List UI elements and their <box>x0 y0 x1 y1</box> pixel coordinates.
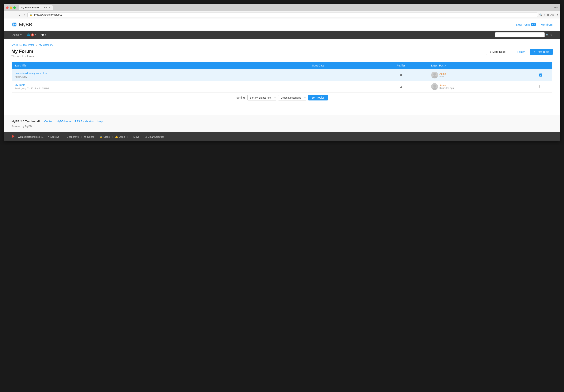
forum-header: My Forum This is a test forum ○ Mark Rea… <box>11 49 553 58</box>
admin-label: Admin <box>13 33 20 36</box>
post-topic-label: Post Topic <box>537 50 549 53</box>
site-logo: MyBB <box>11 21 32 27</box>
back-button[interactable]: ← <box>6 13 10 17</box>
svg-point-6 <box>432 87 437 90</box>
browser-user: Will <box>554 6 558 9</box>
topic-checkbox-1[interactable]: ✓ <box>539 73 542 77</box>
nav-settings-icon[interactable]: ⚙ <box>550 33 553 37</box>
settings-icon[interactable]: ⚙ <box>547 14 549 16</box>
svg-point-4 <box>432 76 437 79</box>
separator-1: | <box>62 135 62 138</box>
mark-read-label: Mark Read <box>493 50 506 53</box>
breadcrumb-separator-1: › <box>36 43 37 46</box>
topic-latest-cell-1: Admin Now <box>428 69 536 81</box>
address-lock-icon: 🔒 <box>29 14 32 16</box>
footer-help-link[interactable]: Help <box>98 120 103 123</box>
sorting-label: Sorting: <box>236 96 245 99</box>
nav-search: 🔍 ⚙ <box>495 32 553 37</box>
order-select[interactable]: Order: Descending Order: Ascending <box>278 95 306 100</box>
topic-replies-cell-1: 0 <box>374 69 428 81</box>
start-date-header: Start Date <box>309 62 374 69</box>
separator-2: | <box>81 135 82 138</box>
delete-label: Delete <box>87 135 94 138</box>
tab-close-icon[interactable]: ✕ <box>49 6 50 9</box>
table-row: I wandered lonely as a cloud... Admin, N… <box>12 69 553 81</box>
latest-post-label: Latest Post <box>431 64 444 67</box>
topic-title-link-1[interactable]: I wandered lonely as a cloud... <box>15 72 306 75</box>
move-action[interactable]: → Move <box>130 135 140 138</box>
browser-toolbar-icons: 🔍 ☆ ⚙ ABP ≡ <box>539 14 558 16</box>
table-row: My Topic Admin, Aug 03, 2015 at 11:35 PM… <box>12 81 553 93</box>
maximize-dot[interactable] <box>13 6 16 9</box>
sorting-controls: Sorting: Sort by: Latest Post Sort by: S… <box>15 95 549 100</box>
browser-tab[interactable]: My Forum • MyBB 2.0 Tes ✕ <box>19 5 53 10</box>
footer-mybbhome-link[interactable]: MyBB Home <box>56 120 71 123</box>
circle-icon: ○ <box>490 50 491 53</box>
footer-rss-link[interactable]: RSS Syndication <box>74 120 94 123</box>
home-button[interactable]: ⌂ <box>23 13 26 17</box>
new-posts-link[interactable]: New Posts 42 <box>516 23 536 26</box>
breadcrumb-category[interactable]: My Category <box>39 43 53 46</box>
new-posts-badge: New Posts 42 <box>516 23 536 26</box>
footer-brand: MyBB 2.0 Test Install <box>11 120 40 123</box>
tab-title: My Forum • MyBB 2.0 Tes <box>21 6 47 9</box>
breadcrumb-separator-2: › <box>55 43 56 46</box>
close-dot[interactable] <box>6 6 9 9</box>
nav-left: Admin ▾ 🌐 4 ▾ 💬 ▾ <box>11 33 47 37</box>
topic-title-cell-2: My Topic Admin, Aug 03, 2015 at 11:35 PM <box>12 81 309 93</box>
message-icon: 💬 <box>41 33 44 36</box>
breadcrumb: MyBB 2.0 Test Install › My Category › <box>11 43 553 46</box>
sort-by-select[interactable]: Sort by: Latest Post Sort by: Start Date… <box>247 95 276 100</box>
topic-date-2: Aug 03, 2015 at 11:35 PM <box>22 87 49 90</box>
close-action[interactable]: 🔒 Close <box>99 135 110 138</box>
separator-6: | <box>142 135 142 138</box>
messages-button[interactable]: 💬 ▾ <box>40 33 47 37</box>
footer-links: Contact MyBB Home RSS Syndication Help <box>44 120 103 123</box>
reload-button[interactable]: ↻ <box>17 13 21 17</box>
menu-icon[interactable]: ≡ <box>556 14 558 16</box>
topic-checkbox-2[interactable] <box>539 85 542 88</box>
topic-latest-inner-2: Admin 3 minutes ago <box>431 83 533 90</box>
latest-info-2: Admin 3 minutes ago <box>439 84 454 89</box>
topic-check-cell-2 <box>536 81 552 93</box>
forward-button[interactable]: → <box>12 13 16 17</box>
address-bar[interactable]: 🔒 mybb.dev/forum/my-forum.2 <box>27 13 538 17</box>
sort-topics-button[interactable]: Sort Topics <box>308 95 328 100</box>
site-header: MyBB New Posts 42 Members <box>4 18 560 31</box>
minimize-dot[interactable] <box>10 6 12 9</box>
post-topic-button[interactable]: ✎ Post Topic <box>530 49 553 55</box>
topic-title-cell-1: I wandered lonely as a cloud... Admin, N… <box>12 69 309 81</box>
breadcrumb-home[interactable]: MyBB 2.0 Test Install <box>11 43 34 46</box>
latest-post-header: Latest Post ▾ <box>428 62 536 69</box>
latest-author-1: Admin <box>439 72 447 75</box>
approve-icon: ✓ <box>47 135 49 138</box>
follow-button[interactable]: + Follow <box>511 49 528 55</box>
topic-meta-2: Admin, Aug 03, 2015 at 11:35 PM <box>15 87 49 90</box>
admin-user-button[interactable]: Admin ▾ <box>11 33 23 37</box>
table-header-row: Topic Title Start Date Replies Latest Po… <box>12 62 553 69</box>
delete-action[interactable]: 🗑 Delete <box>84 135 94 138</box>
checkbox-header-col <box>536 62 552 69</box>
extensions-icon[interactable]: 🔍 <box>539 14 542 16</box>
nav-bar: Admin ▾ 🌐 4 ▾ 💬 ▾ 🔍 ⚙ <box>4 31 560 39</box>
unapprove-action[interactable]: – Unapprove <box>65 135 79 138</box>
members-link[interactable]: Members <box>541 23 553 26</box>
star-icon[interactable]: ☆ <box>543 14 546 16</box>
footer-powered: Powered by MyBB <box>11 125 553 128</box>
footer-contact-link[interactable]: Contact <box>44 120 53 123</box>
main-content: MyBB 2.0 Test Install › My Category › My… <box>4 39 560 115</box>
topic-title-link-2[interactable]: My Topic <box>15 83 306 86</box>
topic-title-header: Topic Title <box>12 62 309 69</box>
svg-point-5 <box>433 84 436 87</box>
search-icon[interactable]: 🔍 <box>546 33 549 37</box>
latest-time-2: 3 minutes ago <box>439 87 454 89</box>
open-action[interactable]: 👍 Open <box>115 135 125 138</box>
topic-date-1: Now <box>22 76 27 78</box>
mark-read-button[interactable]: ○ Mark Read <box>486 49 509 55</box>
approve-action[interactable]: ✓ Approve <box>47 135 59 138</box>
adblock-icon[interactable]: ABP <box>550 14 555 16</box>
address-text: mybb.dev/forum/my-forum.2 <box>33 14 536 16</box>
clear-selection-action[interactable]: ☐ Clear Selection <box>145 135 164 138</box>
search-input[interactable] <box>495 32 545 37</box>
globe-notifications-button[interactable]: 🌐 4 ▾ <box>26 33 37 37</box>
